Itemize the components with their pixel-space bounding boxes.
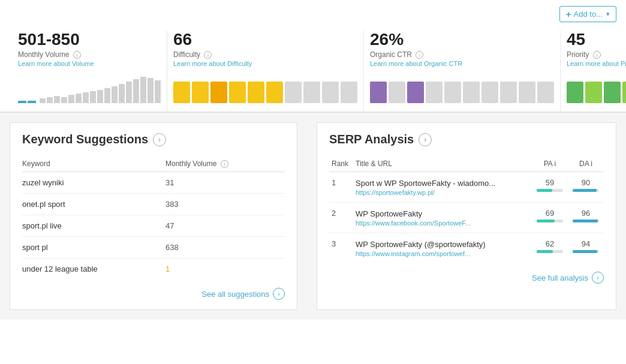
da-info-icon[interactable]: i [591, 160, 592, 168]
volume-label: Monthly Volume i [18, 50, 161, 59]
volume-bar-dash2 [28, 101, 36, 103]
keyword-table-row: sport pl 638 [22, 237, 285, 258]
serp-analysis-arrow-icon[interactable]: › [419, 133, 432, 146]
serp-title-url-cell: WP SportoweFakty (@sportowefakty) https:… [353, 233, 532, 264]
serp-pa-cell: 59 [532, 172, 568, 203]
metric-ctr: 26% Organic CTR i Learn more about Organ… [364, 31, 561, 112]
priority-bar [567, 73, 626, 103]
keyword-cell: sport pl [22, 237, 165, 258]
serp-analysis-panel: SERP Analysis › Rank Title & URL PA i [317, 122, 616, 310]
da-bar [573, 250, 597, 253]
volume-chart [18, 73, 161, 103]
see-full-analysis-link[interactable]: See full analysis › [329, 272, 604, 284]
priority-link[interactable]: Learn more about Priority [567, 60, 626, 67]
ctr-value: 26% [370, 31, 554, 49]
serp-rank-cell: 2 [329, 203, 353, 233]
ctr-bar [370, 73, 554, 103]
main-container: + Add to... ▾ 501-850 Monthly Volume i L… [0, 0, 626, 364]
da-bar-wrap [573, 189, 599, 192]
main-content: Keyword Suggestions › Keyword Monthly Vo… [0, 113, 626, 320]
keyword-cell: sport.pl live [22, 215, 165, 237]
volume-bar-1 [40, 98, 46, 103]
dropdown-arrow-icon: ▾ [606, 10, 610, 18]
volume-cell: 47 [165, 215, 285, 237]
serp-url[interactable]: https://www.instagram.com/sportowef... [356, 250, 529, 257]
metric-volume: 501-850 Monthly Volume i Learn more abou… [12, 31, 167, 112]
volume-cell: 31 [165, 172, 285, 194]
keyword-cell: zuzel wyniki [22, 172, 165, 194]
serp-table: Rank Title & URL PA i DA i [329, 156, 604, 263]
metrics-row: 501-850 Monthly Volume i Learn more abou… [0, 26, 626, 113]
da-bar-wrap [573, 250, 599, 253]
add-to-label: Add to... [574, 10, 603, 19]
serp-url[interactable]: https://www.facebook.com/SportoweF... [356, 219, 529, 227]
col-keyword-header: Keyword [22, 156, 165, 172]
serp-da-cell: 90 [568, 172, 604, 203]
volume-cell: 383 [165, 194, 285, 215]
metric-difficulty: 66 Difficulty i Learn more about Difficu… [167, 31, 364, 112]
pa-bar [537, 189, 552, 192]
serp-url[interactable]: https://sportowefakty.wp.pl/ [356, 189, 529, 196]
keyword-suggestions-arrow-icon[interactable]: › [153, 133, 166, 146]
ctr-link[interactable]: Learn more about Organic CTR [370, 60, 554, 67]
pa-bar [537, 250, 553, 253]
serp-table-row: 3 WP SportoweFakty (@sportowefakty) http… [329, 233, 604, 264]
serp-rank-cell: 3 [329, 233, 353, 264]
volume-value: 501-850 [18, 31, 161, 49]
serp-pa-cell: 69 [532, 203, 568, 233]
plus-icon: + [566, 9, 571, 19]
serp-title: WP SportoweFakty (@sportowefakty) [356, 240, 486, 249]
pa-bar-wrap [537, 189, 563, 192]
volume-link[interactable]: Learn more about Volume [18, 60, 161, 67]
difficulty-value: 66 [173, 31, 357, 49]
da-bar [573, 189, 597, 192]
volume-col-info-icon[interactable]: i [221, 160, 228, 168]
ctr-label: Organic CTR i [370, 50, 554, 59]
keyword-cell: onet.pl sport [22, 194, 165, 215]
col-title-url-header: Title & URL [353, 156, 532, 172]
serp-table-row: 1 Sport w WP SportoweFakty - wiadomo... … [329, 172, 604, 203]
col-volume-header: Monthly Volume i [165, 156, 285, 172]
add-to-button[interactable]: + Add to... ▾ [559, 6, 616, 22]
difficulty-info-icon[interactable]: i [204, 51, 212, 59]
serp-title-url-cell: WP SportoweFakty https://www.facebook.co… [353, 203, 532, 233]
serp-da-cell: 94 [568, 233, 604, 264]
volume-bar-dash [18, 101, 26, 103]
difficulty-label: Difficulty i [173, 50, 357, 59]
volume-cell: 1 [165, 258, 285, 280]
serp-title: WP SportoweFakty [356, 209, 422, 218]
col-pa-header: PA i [532, 156, 568, 172]
serp-analysis-title: SERP Analysis › [329, 133, 604, 146]
volume-info-icon[interactable]: i [73, 51, 81, 59]
metric-priority: 45 Priority i Learn more about Priority [561, 31, 626, 112]
difficulty-link[interactable]: Learn more about Difficulty [173, 60, 357, 67]
keyword-table-row: zuzel wyniki 31 [22, 172, 285, 194]
top-bar: + Add to... ▾ [0, 0, 626, 26]
serp-da-cell: 96 [568, 203, 604, 233]
keyword-table-row: under 12 league table 1 [22, 258, 285, 280]
serp-table-row: 2 WP SportoweFakty https://www.facebook.… [329, 203, 604, 233]
difficulty-bar [173, 73, 357, 103]
see-all-suggestions-link[interactable]: See all suggestions › [22, 288, 285, 300]
priority-info-icon[interactable]: i [593, 51, 601, 59]
see-full-arrow-icon: › [592, 272, 604, 284]
da-bar [573, 219, 598, 222]
ctr-info-icon[interactable]: i [416, 51, 423, 59]
serp-title: Sport w WP SportoweFakty - wiadomo... [356, 179, 495, 188]
col-da-header: DA i [568, 156, 604, 172]
keyword-table: Keyword Monthly Volume i zuzel wyniki 31… [22, 156, 285, 279]
keyword-suggestions-title: Keyword Suggestions › [22, 133, 285, 146]
keyword-table-row: onet.pl sport 383 [22, 194, 285, 215]
pa-bar [537, 219, 555, 222]
keyword-cell: under 12 league table [22, 258, 165, 280]
serp-pa-cell: 62 [532, 233, 568, 264]
see-all-arrow-icon: › [273, 288, 285, 300]
keyword-table-row: sport.pl live 47 [22, 215, 285, 237]
serp-rank-cell: 1 [329, 172, 353, 203]
pa-bar-wrap [537, 219, 563, 222]
pa-info-icon[interactable]: i [555, 160, 556, 168]
da-bar-wrap [573, 219, 599, 222]
priority-label: Priority i [567, 50, 626, 59]
serp-title-url-cell: Sport w WP SportoweFakty - wiadomo... ht… [353, 172, 532, 203]
volume-cell: 638 [165, 237, 285, 258]
